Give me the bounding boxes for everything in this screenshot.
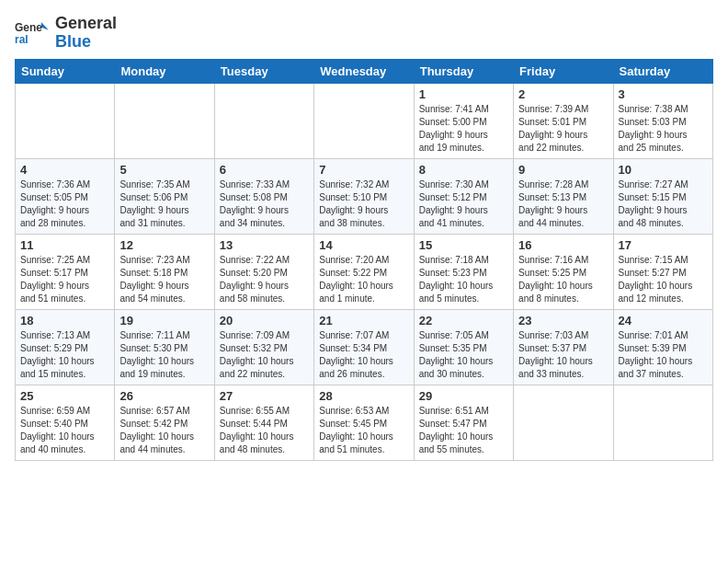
calendar-cell: 3Sunrise: 7:38 AM Sunset: 5:03 PM Daylig… [613, 84, 712, 159]
day-info: Sunrise: 7:38 AM Sunset: 5:03 PM Dayligh… [619, 103, 708, 155]
day-info: Sunrise: 7:16 AM Sunset: 5:25 PM Dayligh… [518, 254, 608, 305]
day-number: 17 [619, 238, 708, 252]
weekday-header-sunday: Sunday [16, 60, 115, 84]
calendar-cell: 7Sunrise: 7:32 AM Sunset: 5:10 PM Daylig… [314, 159, 414, 235]
calendar-week-row: 4Sunrise: 7:36 AM Sunset: 5:05 PM Daylig… [16, 159, 713, 235]
day-number: 7 [319, 163, 408, 177]
day-number: 29 [419, 389, 508, 403]
calendar-cell [16, 84, 115, 159]
day-info: Sunrise: 6:51 AM Sunset: 5:47 PM Dayligh… [419, 405, 508, 456]
day-number: 19 [119, 314, 209, 327]
day-number: 25 [20, 389, 109, 403]
calendar-cell: 10Sunrise: 7:27 AM Sunset: 5:15 PM Dayli… [613, 159, 712, 235]
day-number: 4 [20, 163, 109, 177]
day-number: 1 [419, 87, 508, 101]
day-info: Sunrise: 7:35 AM Sunset: 5:06 PM Dayligh… [119, 178, 209, 230]
day-info: Sunrise: 7:01 AM Sunset: 5:39 PM Dayligh… [619, 329, 708, 381]
calendar-cell: 12Sunrise: 7:23 AM Sunset: 5:18 PM Dayli… [115, 235, 214, 310]
day-number: 2 [518, 87, 608, 101]
day-number: 24 [619, 314, 708, 327]
day-info: Sunrise: 7:28 AM Sunset: 5:13 PM Dayligh… [518, 178, 608, 230]
weekday-header-row: SundayMondayTuesdayWednesdayThursdayFrid… [16, 60, 713, 84]
day-info: Sunrise: 7:20 AM Sunset: 5:22 PM Dayligh… [319, 254, 408, 305]
calendar-cell: 20Sunrise: 7:09 AM Sunset: 5:32 PM Dayli… [214, 310, 313, 385]
day-number: 26 [119, 389, 209, 403]
day-info: Sunrise: 7:39 AM Sunset: 5:01 PM Dayligh… [518, 103, 608, 155]
calendar-cell [115, 84, 214, 159]
day-info: Sunrise: 7:03 AM Sunset: 5:37 PM Dayligh… [518, 329, 608, 381]
day-info: Sunrise: 7:23 AM Sunset: 5:18 PM Dayligh… [119, 254, 209, 305]
day-number: 5 [119, 163, 209, 177]
calendar-cell [214, 84, 313, 159]
day-number: 13 [220, 238, 309, 252]
day-number: 8 [419, 163, 508, 177]
calendar-cell: 24Sunrise: 7:01 AM Sunset: 5:39 PM Dayli… [613, 310, 712, 385]
calendar-week-row: 25Sunrise: 6:59 AM Sunset: 5:40 PM Dayli… [16, 385, 713, 461]
day-number: 21 [319, 314, 408, 327]
day-number: 20 [220, 314, 309, 327]
day-info: Sunrise: 7:41 AM Sunset: 5:00 PM Dayligh… [419, 103, 508, 155]
day-info: Sunrise: 7:05 AM Sunset: 5:35 PM Dayligh… [419, 329, 508, 381]
calendar-cell: 28Sunrise: 6:53 AM Sunset: 5:45 PM Dayli… [314, 385, 414, 461]
calendar-cell: 16Sunrise: 7:16 AM Sunset: 5:25 PM Dayli… [514, 235, 613, 310]
day-number: 18 [20, 314, 109, 327]
calendar-cell: 22Sunrise: 7:05 AM Sunset: 5:35 PM Dayli… [414, 310, 513, 385]
calendar-cell: 23Sunrise: 7:03 AM Sunset: 5:37 PM Dayli… [514, 310, 613, 385]
calendar-cell: 25Sunrise: 6:59 AM Sunset: 5:40 PM Dayli… [16, 385, 115, 461]
calendar-week-row: 1Sunrise: 7:41 AM Sunset: 5:00 PM Daylig… [16, 84, 713, 159]
day-number: 9 [518, 163, 608, 177]
calendar-cell [514, 385, 613, 461]
calendar-cell: 29Sunrise: 6:51 AM Sunset: 5:47 PM Dayli… [414, 385, 513, 461]
calendar-cell: 4Sunrise: 7:36 AM Sunset: 5:05 PM Daylig… [16, 159, 115, 235]
weekday-header-friday: Friday [514, 60, 613, 84]
day-info: Sunrise: 7:36 AM Sunset: 5:05 PM Dayligh… [20, 178, 109, 230]
day-info: Sunrise: 7:11 AM Sunset: 5:30 PM Dayligh… [119, 329, 209, 381]
day-number: 23 [518, 314, 608, 327]
day-number: 22 [419, 314, 508, 327]
calendar-cell: 11Sunrise: 7:25 AM Sunset: 5:17 PM Dayli… [16, 235, 115, 310]
day-info: Sunrise: 6:55 AM Sunset: 5:44 PM Dayligh… [220, 405, 309, 456]
day-number: 16 [518, 238, 608, 252]
day-number: 11 [20, 238, 109, 252]
calendar-cell: 1Sunrise: 7:41 AM Sunset: 5:00 PM Daylig… [414, 84, 513, 159]
day-info: Sunrise: 7:09 AM Sunset: 5:32 PM Dayligh… [220, 329, 309, 381]
day-info: Sunrise: 6:53 AM Sunset: 5:45 PM Dayligh… [319, 405, 408, 456]
logo: Gene ral General Blue [15, 15, 117, 52]
day-info: Sunrise: 7:18 AM Sunset: 5:23 PM Dayligh… [419, 254, 508, 305]
weekday-header-wednesday: Wednesday [314, 60, 414, 84]
day-number: 12 [119, 238, 209, 252]
day-info: Sunrise: 7:30 AM Sunset: 5:12 PM Dayligh… [419, 178, 508, 230]
weekday-header-tuesday: Tuesday [214, 60, 313, 84]
day-number: 14 [319, 238, 408, 252]
weekday-header-thursday: Thursday [414, 60, 513, 84]
calendar-cell: 18Sunrise: 7:13 AM Sunset: 5:29 PM Dayli… [16, 310, 115, 385]
svg-text:Gene: Gene [15, 21, 42, 34]
day-info: Sunrise: 7:15 AM Sunset: 5:27 PM Dayligh… [619, 254, 708, 305]
calendar-week-row: 11Sunrise: 7:25 AM Sunset: 5:17 PM Dayli… [16, 235, 713, 310]
calendar-cell: 14Sunrise: 7:20 AM Sunset: 5:22 PM Dayli… [314, 235, 414, 310]
day-info: Sunrise: 7:13 AM Sunset: 5:29 PM Dayligh… [20, 329, 109, 381]
svg-text:ral: ral [15, 33, 28, 46]
calendar-cell: 17Sunrise: 7:15 AM Sunset: 5:27 PM Dayli… [613, 235, 712, 310]
calendar-cell [613, 385, 712, 461]
logo-name-line1: General [55, 15, 117, 33]
calendar-cell: 9Sunrise: 7:28 AM Sunset: 5:13 PM Daylig… [514, 159, 613, 235]
day-info: Sunrise: 7:25 AM Sunset: 5:17 PM Dayligh… [20, 254, 109, 305]
calendar-cell: 8Sunrise: 7:30 AM Sunset: 5:12 PM Daylig… [414, 159, 513, 235]
calendar-week-row: 18Sunrise: 7:13 AM Sunset: 5:29 PM Dayli… [16, 310, 713, 385]
calendar-cell: 6Sunrise: 7:33 AM Sunset: 5:08 PM Daylig… [214, 159, 313, 235]
day-number: 15 [419, 238, 508, 252]
calendar-cell: 27Sunrise: 6:55 AM Sunset: 5:44 PM Dayli… [214, 385, 313, 461]
day-info: Sunrise: 7:32 AM Sunset: 5:10 PM Dayligh… [319, 178, 408, 230]
day-number: 10 [619, 163, 708, 177]
day-info: Sunrise: 7:27 AM Sunset: 5:15 PM Dayligh… [619, 178, 708, 230]
day-info: Sunrise: 7:07 AM Sunset: 5:34 PM Dayligh… [319, 329, 408, 381]
weekday-header-monday: Monday [115, 60, 214, 84]
day-info: Sunrise: 6:57 AM Sunset: 5:42 PM Dayligh… [119, 405, 209, 456]
day-number: 6 [220, 163, 309, 177]
day-number: 3 [619, 87, 708, 101]
day-info: Sunrise: 7:33 AM Sunset: 5:08 PM Dayligh… [220, 178, 309, 230]
logo-svg: Gene ral [15, 15, 51, 52]
calendar-cell: 5Sunrise: 7:35 AM Sunset: 5:06 PM Daylig… [115, 159, 214, 235]
calendar-cell: 13Sunrise: 7:22 AM Sunset: 5:20 PM Dayli… [214, 235, 313, 310]
